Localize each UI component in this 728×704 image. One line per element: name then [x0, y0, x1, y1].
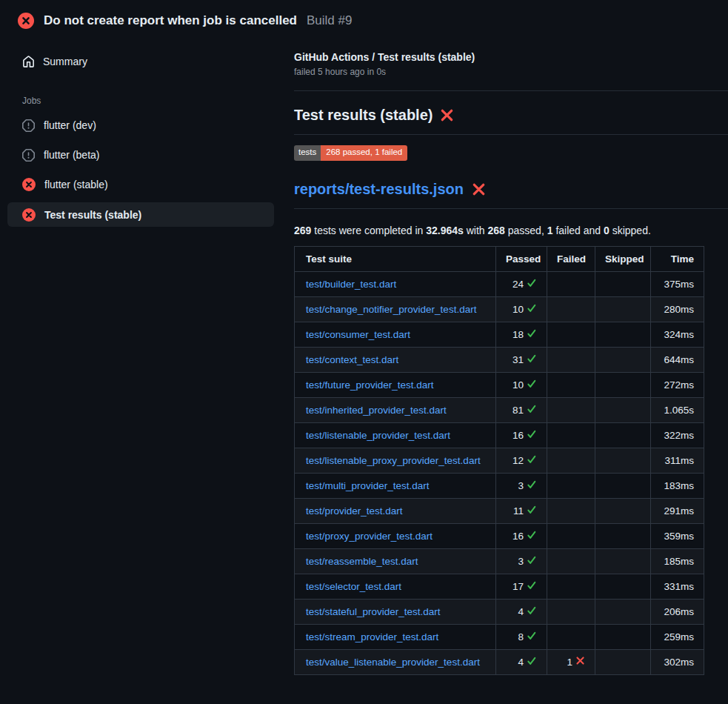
check-icon — [527, 303, 537, 316]
check-icon — [527, 479, 537, 492]
failed-status-icon — [18, 13, 34, 29]
test-suite-link[interactable]: test/provider_test.dart — [306, 505, 403, 517]
test-suite-link[interactable]: test/builder_test.dart — [306, 279, 396, 290]
suite-cell: test/provider_test.dart — [295, 498, 496, 523]
time-cell: 280ms — [651, 296, 704, 322]
table-row: test/stream_provider_test.dart8259ms — [295, 624, 704, 649]
failed-status-icon — [22, 208, 36, 222]
passed-cell: 16 — [496, 422, 547, 448]
suite-cell: test/multi_provider_test.dart — [295, 473, 496, 498]
failed-cell — [547, 271, 595, 296]
skipped-cell — [595, 347, 651, 372]
build-number: Build #9 — [307, 13, 352, 28]
sidebar-item-flutter-dev[interactable]: flutter (dev) — [7, 110, 274, 140]
passed-cell: 16 — [496, 523, 547, 548]
sidebar-item-label: flutter (stable) — [44, 179, 108, 190]
cancelled-stop-icon — [22, 119, 35, 132]
cancelled-stop-icon — [22, 149, 35, 162]
table-row: test/future_provider_test.dart10272ms — [295, 372, 704, 397]
table-row: test/context_test.dart31644ms — [295, 347, 704, 372]
check-icon — [527, 580, 537, 593]
test-suite-link[interactable]: test/consumer_test.dart — [306, 329, 410, 340]
check-icon — [527, 429, 537, 442]
sidebar-item-test-results-stable[interactable]: Test results (stable) — [7, 202, 274, 227]
test-suite-link[interactable]: test/listenable_provider_test.dart — [306, 430, 450, 441]
table-row: test/consumer_test.dart18324ms — [295, 322, 704, 347]
skipped-cell — [595, 397, 651, 422]
test-suite-link[interactable]: test/context_test.dart — [306, 354, 398, 365]
summary-failed: 1 — [547, 225, 553, 236]
badge-label: tests — [294, 145, 321, 161]
table-row: test/value_listenable_provider_test.dart… — [295, 649, 704, 674]
check-icon — [527, 530, 537, 542]
sidebar-item-label: flutter (dev) — [44, 119, 96, 131]
suite-cell: test/listenable_proxy_provider_test.dart — [295, 448, 496, 473]
divider — [294, 90, 728, 91]
page-title: Do not create report when job is cancell… — [44, 13, 297, 28]
passed-cell: 3 — [496, 473, 547, 498]
time-cell: 1.065s — [651, 397, 704, 422]
run-status-line: failed 5 hours ago in 0s — [294, 67, 728, 77]
test-suite-link[interactable]: test/stream_provider_test.dart — [306, 631, 438, 642]
sidebar-item-flutter-beta[interactable]: flutter (beta) — [7, 140, 274, 170]
sidebar-item-flutter-stable[interactable]: flutter (stable) — [7, 170, 274, 199]
test-suite-link[interactable]: test/inherited_provider_test.dart — [306, 405, 447, 416]
failed-cell — [547, 548, 595, 574]
check-run-content: GitHub Actions / Test results (stable) f… — [281, 41, 728, 675]
time-cell: 183ms — [651, 473, 704, 498]
check-run-header: Do not create report when job is cancell… — [0, 0, 728, 41]
suite-cell: test/selector_test.dart — [295, 574, 496, 599]
skipped-cell — [595, 473, 651, 498]
time-cell: 185ms — [651, 548, 704, 574]
passed-cell: 24 — [496, 271, 547, 296]
test-suite-link[interactable]: test/reassemble_test.dart — [306, 556, 418, 567]
skipped-cell — [595, 599, 651, 624]
x-icon — [575, 656, 585, 668]
suite-cell: test/listenable_provider_test.dart — [295, 422, 496, 448]
table-row: test/proxy_provider_test.dart16359ms — [295, 523, 704, 548]
passed-cell: 31 — [496, 347, 547, 372]
suite-cell: test/builder_test.dart — [295, 271, 496, 296]
summary-total: 269 — [294, 225, 311, 236]
test-suite-link[interactable]: test/listenable_proxy_provider_test.dart — [306, 455, 481, 466]
test-suite-link[interactable]: test/future_provider_test.dart — [306, 379, 434, 391]
table-row: test/listenable_proxy_provider_test.dart… — [295, 448, 704, 473]
skipped-cell — [595, 296, 651, 322]
test-suite-link[interactable]: test/value_listenable_provider_test.dart — [306, 657, 480, 668]
test-suite-link[interactable]: test/selector_test.dart — [306, 581, 401, 592]
sidebar-item-label: Summary — [43, 56, 87, 67]
table-row: test/listenable_provider_test.dart16322m… — [295, 422, 704, 448]
divider — [294, 208, 728, 209]
sidebar-item-label: Test results (stable) — [44, 209, 141, 221]
suite-cell: test/consumer_test.dart — [295, 322, 496, 347]
skipped-cell — [595, 271, 651, 296]
divider — [294, 134, 728, 135]
suite-cell: test/change_notifier_provider_test.dart — [295, 296, 496, 322]
passed-cell: 11 — [496, 498, 547, 523]
sidebar-item-summary[interactable]: Summary — [7, 50, 274, 73]
suite-cell: test/stream_provider_test.dart — [295, 624, 496, 649]
tests-status-badge[interactable]: tests 268 passed, 1 failed — [294, 145, 407, 161]
check-icon — [527, 631, 537, 643]
summary-skipped: 0 — [604, 225, 610, 236]
check-title-text: Test results (stable) — [294, 107, 433, 124]
check-icon — [527, 278, 537, 290]
passed-cell: 3 — [496, 548, 547, 574]
time-cell: 302ms — [651, 649, 704, 674]
test-suite-link[interactable]: test/proxy_provider_test.dart — [306, 531, 433, 542]
suite-cell: test/future_provider_test.dart — [295, 372, 496, 397]
test-suite-link[interactable]: test/multi_provider_test.dart — [306, 480, 430, 491]
test-suite-link[interactable]: test/stateful_provider_test.dart — [306, 606, 441, 617]
skipped-cell — [595, 498, 651, 523]
time-cell: 324ms — [651, 322, 704, 347]
report-link[interactable]: reports/test-results.json — [294, 181, 464, 198]
suite-cell: test/stateful_provider_test.dart — [295, 599, 496, 624]
passed-cell: 17 — [496, 574, 547, 599]
failed-status-icon — [22, 178, 36, 191]
test-suite-link[interactable]: test/change_notifier_provider_test.dart — [306, 304, 476, 315]
col-header-skipped: Skipped — [595, 246, 651, 271]
failed-cell — [547, 498, 595, 523]
passed-cell: 18 — [496, 322, 547, 347]
table-header-row: Test suite Passed Failed Skipped Time — [295, 246, 704, 271]
failed-cell — [547, 322, 595, 347]
